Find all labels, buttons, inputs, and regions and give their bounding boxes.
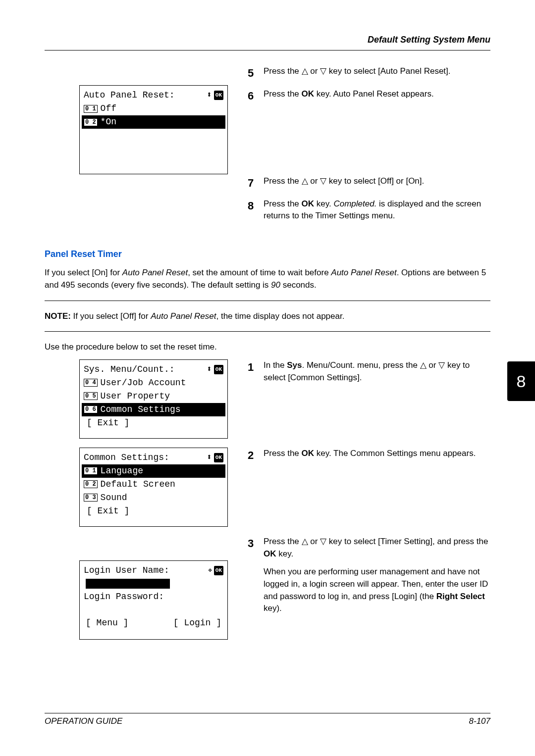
triangle-down-icon	[320, 66, 326, 76]
num-02: 0 2	[84, 480, 98, 488]
step-7-text: Press the or key to select [Off] or [On]…	[264, 175, 490, 191]
cursor-icon: ✥	[209, 566, 212, 575]
page-footer: OPERATION GUIDE 8-107	[45, 713, 490, 726]
lcd4-title: Login User Name:	[84, 564, 169, 577]
ok-icon: OK	[214, 365, 223, 374]
updown-icon: ⬍	[207, 89, 212, 102]
step-6-text: Press the OK key. Auto Panel Reset appea…	[264, 88, 490, 104]
step-5-num: 5	[248, 65, 264, 81]
item-language: Language	[101, 464, 143, 478]
note-text: NOTE: If you select [Off] for Auto Panel…	[45, 310, 490, 323]
item-sound: Sound	[101, 491, 127, 504]
note-rule-top	[45, 301, 490, 301]
footer-page: 8-107	[469, 716, 490, 726]
softkey-exit: [ Exit ]	[82, 504, 225, 518]
triangle-up-icon	[302, 176, 308, 186]
opt-on: *On	[101, 115, 116, 129]
lcd1-title: Auto Panel Reset:	[84, 89, 175, 102]
ok-icon: OK	[214, 453, 223, 462]
step-6-num: 6	[248, 88, 264, 104]
procedure-intro: Use the procedure below to set the reset…	[45, 341, 490, 353]
step-3-num: 3	[248, 536, 264, 615]
login-user-input[interactable]	[86, 579, 170, 589]
item-default-screen: Default Screen	[101, 478, 175, 491]
panel-reset-timer-heading: Panel Reset Timer	[45, 249, 490, 259]
triangle-down-icon	[438, 360, 445, 370]
num-01: 0 1	[84, 467, 98, 475]
num-05: 0 5	[84, 392, 98, 400]
step-7-num: 7	[248, 175, 264, 191]
header-rule	[45, 50, 490, 50]
triangle-down-icon	[320, 176, 326, 186]
triangle-up-icon	[302, 66, 308, 76]
lcd2-title: Sys. Menu/Count.:	[84, 363, 175, 376]
step-5-text: Press the or key to select [Auto Panel R…	[264, 65, 490, 81]
note-rule-bot	[45, 331, 490, 332]
opt-num-02: 0 2	[84, 118, 98, 126]
login-password-label: Login Password:	[84, 590, 164, 604]
triangle-down-icon	[320, 537, 326, 546]
num-04: 0 4	[84, 379, 98, 387]
step-2-num: 2	[248, 448, 264, 463]
ok-icon: OK	[214, 566, 223, 575]
ok-icon: OK	[214, 91, 223, 100]
item-user-prop: User Property	[101, 390, 170, 403]
step-1-num: 1	[248, 359, 264, 384]
chapter-tab: 8	[507, 361, 535, 401]
footer-left: OPERATION GUIDE	[45, 716, 122, 726]
item-common-settings: Common Settings	[101, 403, 181, 416]
updown-icon: ⬍	[207, 363, 212, 376]
step-3-text: Press the or key to select [Timer Settin…	[264, 536, 490, 615]
updown-icon: ⬍	[207, 451, 212, 464]
opt-num-01: 0 1	[84, 105, 98, 113]
lcd3-title: Common Settings:	[84, 451, 169, 464]
num-06: 0 6	[84, 405, 98, 413]
step-1-text: In the Sys. Menu/Count. menu, press the …	[264, 359, 490, 384]
triangle-up-icon	[420, 360, 427, 370]
num-03: 0 3	[84, 494, 98, 502]
panel-reset-intro: If you select [On] for Auto Panel Reset,…	[45, 266, 490, 292]
opt-off: Off	[101, 102, 116, 115]
lcd-sys-menu: Sys. Menu/Count.: ⬍ OK 0 4User/Job Accou…	[79, 359, 228, 439]
lcd-common-settings: Common Settings: ⬍ OK 0 1Language 0 2Def…	[79, 448, 228, 527]
softkey-exit: [ Exit ]	[82, 416, 225, 430]
triangle-up-icon	[302, 537, 308, 546]
lcd-login: Login User Name: ✥ OK Login Password: [ …	[79, 560, 228, 640]
step-8-text: Press the OK key. Completed. is displaye…	[264, 198, 490, 222]
softkey-login: [ Login ]	[173, 616, 221, 630]
lcd-auto-panel-reset: Auto Panel Reset: ⬍ OK 0 1 Off 0 2 *On	[79, 85, 228, 174]
running-header: Default Setting System Menu	[45, 35, 490, 45]
step-8-num: 8	[248, 198, 264, 222]
softkey-menu: [ Menu ]	[86, 616, 128, 630]
step-2-text: Press the OK key. The Common Settings me…	[264, 448, 490, 463]
item-user-job: User/Job Account	[101, 376, 186, 390]
